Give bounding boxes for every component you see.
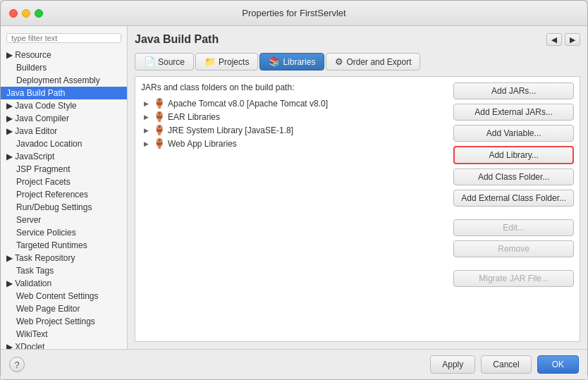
order-export-tab-icon: ⚙ <box>335 56 343 67</box>
tree-jar-icon-1: 🏺 <box>154 111 165 122</box>
add-variable-button[interactable]: Add Variable... <box>453 125 574 142</box>
sidebar-item-17[interactable]: Task Tags <box>1 264 127 277</box>
close-button[interactable] <box>9 9 18 18</box>
action-buttons: Add JARs... Add External JARs... Add Var… <box>453 82 574 336</box>
nav-back-button[interactable]: ◀ <box>546 33 562 46</box>
projects-tab-icon: 📁 <box>204 56 216 67</box>
properties-window: Properties for FirstServlet ▶ ResourceBu… <box>0 0 588 380</box>
nav-forward-button[interactable]: ▶ <box>565 33 580 46</box>
tree-jar-icon-3: 🏺 <box>154 138 165 149</box>
cancel-button[interactable]: Cancel <box>481 355 531 374</box>
sidebar-item-14[interactable]: Service Policies <box>1 226 127 239</box>
sidebar-item-11[interactable]: Project References <box>1 188 127 201</box>
add-external-class-folder-button[interactable]: Add External Class Folder... <box>453 190 574 207</box>
sidebar-item-5[interactable]: ▶ Java Compiler <box>1 112 127 125</box>
footer: ? Apply Cancel OK <box>1 349 587 379</box>
migrate-jar-button[interactable]: Migrate JAR File... <box>453 270 574 287</box>
sidebar-item-3[interactable]: Java Build Path <box>1 87 127 99</box>
ok-button[interactable]: OK <box>537 355 579 374</box>
add-jars-button[interactable]: Add JARs... <box>453 82 574 99</box>
remove-button[interactable]: Remove <box>453 240 574 257</box>
tab-libraries[interactable]: 📚 Libraries <box>259 53 324 71</box>
sidebar-item-13[interactable]: Server <box>1 214 127 226</box>
button-separator-2 <box>453 262 574 266</box>
page-title: Java Build Path <box>135 33 219 46</box>
source-tab-icon: 📄 <box>144 56 155 67</box>
apply-button[interactable]: Apply <box>430 355 475 374</box>
libraries-panel: JARs and class folders on the build path… <box>135 76 580 342</box>
traffic-lights <box>9 9 43 18</box>
add-library-button[interactable]: Add Library... <box>453 146 574 164</box>
tab-libraries-label: Libraries <box>283 57 315 67</box>
tab-order-export-label: Order and Export <box>346 57 411 67</box>
add-class-folder-button[interactable]: Add Class Folder... <box>453 168 574 185</box>
tree-item-0[interactable]: ▶🏺Apache Tomcat v8.0 [Apache Tomcat v8.0… <box>141 97 448 110</box>
footer-left: ? <box>9 357 424 372</box>
sidebar-item-1[interactable]: Builders <box>1 61 127 74</box>
tab-projects-label: Projects <box>219 57 249 67</box>
sidebar-item-0[interactable]: ▶ Resource <box>1 49 127 61</box>
sidebar: ▶ ResourceBuildersDeployment AssemblyJav… <box>1 26 128 349</box>
sidebar-item-18[interactable]: ▶ Validation <box>1 277 127 290</box>
sidebar-item-16[interactable]: ▶ Task Repository <box>1 252 127 264</box>
sidebar-item-23[interactable]: ▶ XDoclet <box>1 341 127 349</box>
tree-expand-3: ▶ <box>144 140 154 147</box>
titlebar: Properties for FirstServlet <box>1 1 587 26</box>
sidebar-item-9[interactable]: JSP Fragment <box>1 163 127 176</box>
sidebar-item-10[interactable]: Project Facets <box>1 176 127 188</box>
tree-item-1[interactable]: ▶🏺EAR Libraries <box>141 110 448 123</box>
sidebar-item-19[interactable]: Web Content Settings <box>1 290 127 302</box>
help-button[interactable]: ? <box>9 357 25 372</box>
tree-expand-2: ▶ <box>144 127 154 134</box>
tree-items-container: ▶🏺Apache Tomcat v8.0 [Apache Tomcat v8.0… <box>141 97 448 150</box>
main-content: Java Build Path ◀ ▶ 📄 Source 📁 Projects … <box>128 26 587 349</box>
tab-source[interactable]: 📄 Source <box>135 53 194 71</box>
maximize-button[interactable] <box>35 9 43 18</box>
add-external-jars-button[interactable]: Add External JARs... <box>453 104 574 121</box>
tree-expand-1: ▶ <box>144 114 154 121</box>
sidebar-item-22[interactable]: WikiText <box>1 328 127 341</box>
tab-source-label: Source <box>158 57 185 67</box>
build-path-tabs: 📄 Source 📁 Projects 📚 Libraries ⚙ Order … <box>135 53 580 71</box>
tab-projects[interactable]: 📁 Projects <box>195 53 258 71</box>
sidebar-item-20[interactable]: Web Page Editor <box>1 302 127 315</box>
button-separator <box>453 211 574 215</box>
sidebar-items-container: ▶ ResourceBuildersDeployment AssemblyJav… <box>1 49 127 349</box>
sidebar-item-4[interactable]: ▶ Java Code Style <box>1 99 127 112</box>
tab-order-export[interactable]: ⚙ Order and Export <box>326 53 420 71</box>
tree-jar-icon-0: 🏺 <box>154 98 165 109</box>
tree-item-2[interactable]: ▶🏺JRE System Library [JavaSE-1.8] <box>141 123 448 137</box>
tree-expand-0: ▶ <box>144 100 154 107</box>
sidebar-item-15[interactable]: Targeted Runtimes <box>1 239 127 252</box>
sidebar-item-6[interactable]: ▶ Java Editor <box>1 125 127 137</box>
sidebar-item-8[interactable]: ▶ JavaScript <box>1 150 127 163</box>
edit-button[interactable]: Edit... <box>453 219 574 236</box>
main-header: Java Build Path ◀ ▶ <box>135 33 580 46</box>
libraries-tab-icon: 📚 <box>269 56 280 67</box>
sidebar-item-21[interactable]: Web Project Settings <box>1 315 127 328</box>
tree-jar-icon-2: 🏺 <box>154 125 165 135</box>
tree-area: JARs and class folders on the build path… <box>141 82 448 336</box>
sidebar-item-7[interactable]: Javadoc Location <box>1 137 127 150</box>
sidebar-item-2[interactable]: Deployment Assembly <box>1 74 127 87</box>
header-icons: ◀ ▶ <box>546 33 580 46</box>
tree-item-3[interactable]: ▶🏺Web App Libraries <box>141 137 448 150</box>
tree-description: JARs and class folders on the build path… <box>141 82 448 92</box>
content-area: ▶ ResourceBuildersDeployment AssemblyJav… <box>1 26 587 349</box>
window-title: Properties for FirstServlet <box>242 8 345 18</box>
filter-input[interactable] <box>6 33 121 43</box>
sidebar-item-12[interactable]: Run/Debug Settings <box>1 201 127 214</box>
minimize-button[interactable] <box>22 9 30 18</box>
